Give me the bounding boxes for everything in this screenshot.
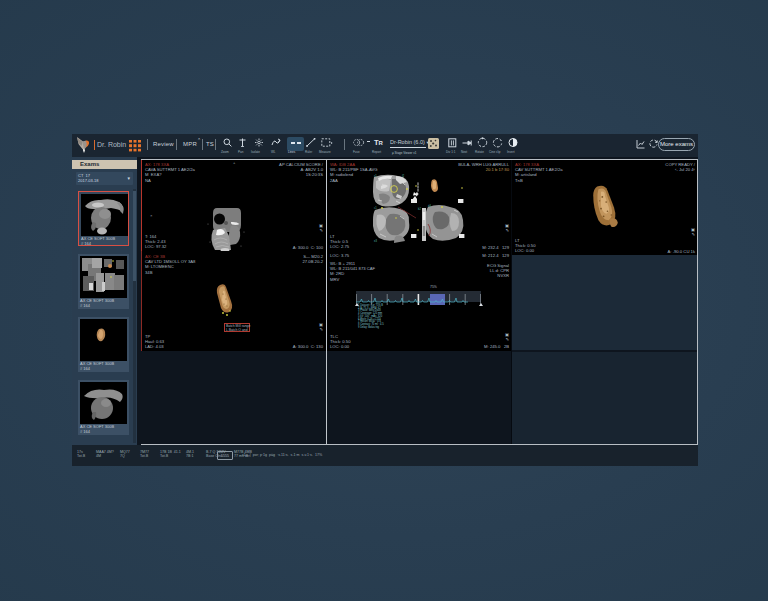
svg-text:f2: f2 [402,174,405,178]
svg-text:e3: e3 [374,239,377,243]
svg-text:b2: b2 [418,207,421,211]
